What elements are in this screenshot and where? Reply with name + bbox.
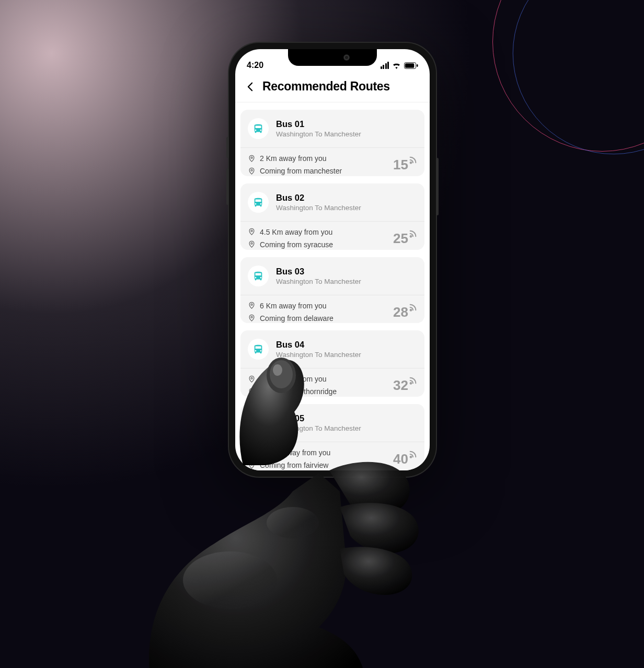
- route-card[interactable]: Bus 02 Washington To Manchester 4.5 Km a…: [240, 183, 424, 250]
- passenger-count: 15: [393, 158, 408, 171]
- distance-text: 8 Km away from you: [260, 375, 327, 383]
- svg-rect-2: [417, 64, 418, 67]
- signal-icon: [409, 376, 417, 385]
- bus-route: Washington To Manchester: [276, 204, 361, 212]
- bus-name: Bus 05: [276, 413, 361, 423]
- page-title: Recommended Routes: [262, 79, 390, 94]
- location-icon: [248, 388, 256, 396]
- back-button[interactable]: [245, 82, 255, 92]
- origin-text: Coming from delaware: [260, 314, 334, 323]
- origin-text: Coming from syracuse: [260, 240, 333, 249]
- route-list[interactable]: Bus 01 Washington To Manchester 2 Km awa…: [235, 102, 430, 470]
- route-card[interactable]: Bus 05 Washington To Manchester 10 Km aw…: [240, 404, 424, 470]
- bus-route: Washington To Manchester: [276, 278, 361, 285]
- passenger-count: 25: [393, 232, 408, 245]
- bus-icon: [248, 118, 269, 139]
- signal-icon: [409, 303, 417, 312]
- bus-name: Bus 01: [276, 119, 361, 129]
- notch: [288, 49, 377, 66]
- phone-mockup: 4:20 Recommended Routes: [229, 43, 436, 477]
- svg-point-11: [251, 451, 252, 453]
- location-icon: [248, 167, 256, 175]
- location-icon: [248, 314, 256, 322]
- decorative-arcs: [492, 0, 644, 152]
- route-card[interactable]: Bus 04 Washington To Manchester 8 Km awa…: [240, 330, 424, 397]
- bus-icon: [248, 412, 269, 433]
- passenger-count: 28: [393, 305, 408, 319]
- route-card[interactable]: Bus 03 Washington To Manchester 6 Km awa…: [240, 257, 424, 324]
- svg-point-13: [183, 551, 277, 609]
- cellular-icon: [380, 62, 389, 69]
- svg-rect-1: [405, 63, 414, 68]
- phone-screen: 4:20 Recommended Routes: [235, 49, 430, 470]
- distance-text: 4.5 Km away from you: [260, 228, 332, 236]
- location-icon: [248, 449, 256, 457]
- svg-point-10: [251, 390, 252, 391]
- distance-text: 2 Km away from you: [260, 154, 327, 163]
- bus-route: Washington To Manchester: [276, 351, 361, 359]
- distance-text: 10 Km away from you: [260, 448, 330, 457]
- signal-icon: [409, 450, 417, 458]
- svg-point-4: [251, 169, 252, 171]
- passenger-count: 32: [393, 378, 408, 392]
- wifi-icon: [392, 62, 401, 69]
- bus-icon: [248, 339, 269, 360]
- bus-name: Bus 02: [276, 193, 361, 203]
- signal-icon: [409, 229, 417, 238]
- location-icon: [248, 302, 256, 309]
- location-icon: [248, 375, 256, 383]
- location-icon: [248, 240, 256, 248]
- location-icon: [248, 228, 256, 236]
- svg-point-6: [251, 243, 252, 244]
- svg-point-12: [251, 464, 252, 465]
- location-icon: [248, 462, 256, 469]
- svg-point-7: [251, 304, 252, 305]
- svg-point-8: [251, 316, 252, 318]
- origin-text: Coming from fairview: [260, 461, 328, 469]
- svg-point-9: [251, 377, 252, 379]
- page-header: Recommended Routes: [235, 74, 430, 102]
- svg-point-5: [251, 230, 252, 232]
- passenger-count: 40: [393, 452, 408, 466]
- battery-icon: [404, 62, 418, 69]
- svg-point-3: [251, 157, 252, 158]
- bus-route: Washington To Manchester: [276, 130, 361, 138]
- route-card[interactable]: Bus 01 Washington To Manchester 2 Km awa…: [240, 110, 424, 176]
- origin-text: Coming from thornridge: [260, 387, 337, 396]
- bus-route: Washington To Manchester: [276, 424, 361, 432]
- distance-text: 6 Km away from you: [260, 302, 327, 310]
- bus-icon: [248, 192, 269, 213]
- svg-point-14: [267, 507, 319, 538]
- origin-text: Coming from manchester: [260, 167, 342, 175]
- location-icon: [248, 155, 256, 163]
- status-time: 4:20: [247, 61, 263, 70]
- bus-icon: [248, 266, 269, 286]
- bus-name: Bus 04: [276, 340, 361, 350]
- bus-name: Bus 03: [276, 267, 361, 277]
- signal-icon: [409, 156, 417, 164]
